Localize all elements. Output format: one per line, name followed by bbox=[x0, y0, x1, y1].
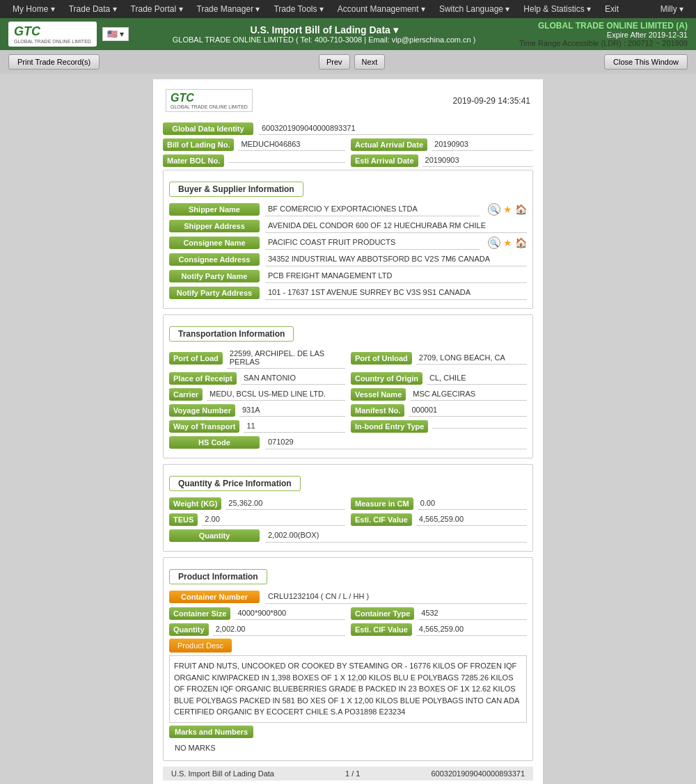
header-band: GTC GLOBAL TRADE ONLINE LIMITED 🇺🇸 ▾ U.S… bbox=[0, 18, 696, 50]
hs-code-value: 071029 bbox=[265, 435, 527, 449]
receipt-field: Place of Receipt SAN ANTONIO bbox=[169, 371, 345, 385]
shipper-search-icon[interactable]: 🔍 bbox=[488, 203, 500, 216]
next-button-top[interactable]: Next bbox=[354, 54, 386, 70]
consignee-name-label: Consignee Name bbox=[169, 237, 260, 249]
header-company-info: GLOBAL TRADE ONLINE LIMITED (A) Expire A… bbox=[519, 21, 688, 47]
product-desc-row: Product Desc bbox=[169, 639, 527, 653]
nav-trade-manager[interactable]: Trade Manager ▾ bbox=[191, 1, 266, 17]
notify-name-value: PCB FREIGHT MANAGEMENT LTD bbox=[265, 269, 527, 283]
close-button-top[interactable]: Close This Window bbox=[604, 54, 688, 70]
notify-name-label: Notify Party Name bbox=[169, 270, 260, 282]
esti-arrival-value: 20190903 bbox=[422, 154, 533, 167]
way-transport-field: Way of Transport 11 bbox=[169, 419, 345, 433]
prod-cif-label: Esti. CIF Value bbox=[351, 623, 412, 636]
buyer-supplier-header: Buyer & Supplier Information bbox=[169, 176, 527, 202]
flag-selector[interactable]: 🇺🇸 ▾ bbox=[102, 27, 129, 41]
marks-label: Marks and Numbers bbox=[169, 726, 253, 738]
notify-addr-row: Notify Party Address 101 - 17637 1ST AVE… bbox=[169, 286, 527, 300]
container-size-value: 4000*900*800 bbox=[235, 607, 345, 620]
consignee-name-icons: 🔍 ★ 🏠 bbox=[488, 237, 527, 249]
global-data-id-row: Global Data Identity 6003201909040000893… bbox=[163, 122, 533, 135]
nav-account-management[interactable]: Account Management ▾ bbox=[332, 1, 431, 17]
logo-text: GTC bbox=[14, 24, 91, 39]
port-load-field: Port of Load 22599, ARCHIPEL. DE LAS PER… bbox=[169, 347, 345, 369]
consignee-name-row: Consignee Name PACIFIC COAST FRUIT PRODU… bbox=[169, 236, 527, 250]
nav-trade-tools[interactable]: Trade Tools ▾ bbox=[268, 1, 329, 17]
vessel-label: Vessel Name bbox=[351, 388, 406, 401]
global-data-id-value: 6003201909040000893371 bbox=[259, 122, 533, 135]
notify-addr-value: 101 - 17637 1ST AVENUE SURREY BC V3S 9S1… bbox=[265, 286, 527, 300]
prod-quantity-field: Quantity 2,002.00 bbox=[169, 623, 345, 636]
container-type-value: 4532 bbox=[418, 607, 527, 620]
shipper-name-value: BF COMERCIO Y EXPORTACIONES LTDA bbox=[265, 202, 480, 216]
master-bol-esti-row: Mater BOL No. Esti Arrival Date 20190903 bbox=[163, 154, 533, 167]
shipper-star-icon[interactable]: ★ bbox=[503, 204, 512, 215]
nav-exit[interactable]: Exit bbox=[599, 1, 624, 17]
carrier-vessel-row: Carrier MEDU, BCSL US-MED LINE LTD. Vess… bbox=[169, 387, 527, 401]
consignee-star-icon[interactable]: ★ bbox=[503, 237, 512, 248]
container-num-label: Container Number bbox=[169, 591, 260, 603]
nav-my-home[interactable]: My Home ▾ bbox=[7, 1, 61, 17]
transport-title: Transportation Information bbox=[169, 326, 294, 342]
logo-box: GTC GLOBAL TRADE ONLINE LIMITED bbox=[8, 22, 97, 47]
print-button-top[interactable]: Print Trade Record(s) bbox=[8, 54, 100, 70]
header-logo-group: GTC GLOBAL TRADE ONLINE LIMITED 🇺🇸 ▾ bbox=[8, 22, 129, 47]
nav-help-statistics[interactable]: Help & Statistics ▾ bbox=[518, 1, 596, 17]
user-menu[interactable]: Milly ▾ bbox=[655, 1, 689, 17]
shipper-home-icon[interactable]: 🏠 bbox=[515, 204, 527, 215]
container-size-field: Container Size 4000*900*800 bbox=[169, 607, 345, 620]
carrier-label: Carrier bbox=[169, 388, 203, 401]
shipper-addr-value: AVENIDA DEL CONDOR 600 OF 12 HUECHURABA … bbox=[265, 219, 527, 233]
inbond-label: In-bond Entry Type bbox=[351, 420, 428, 433]
container-type-field: Container Type 4532 bbox=[351, 607, 527, 620]
actual-arrival-field: Actual Arrival Date 20190903 bbox=[351, 138, 533, 151]
vessel-value: MSC ALGECIRAS bbox=[410, 387, 527, 401]
port-unload-label: Port of Unload bbox=[351, 352, 412, 365]
country-value: CL, CHILE bbox=[427, 371, 527, 385]
notify-name-row: Notify Party Name PCB FREIGHT MANAGEMENT… bbox=[169, 269, 527, 283]
record-logo-subtext: GLOBAL TRADE ONLINE LIMITED bbox=[171, 104, 248, 109]
page-title: U.S. Import Bill of Lading Data ▾ bbox=[173, 24, 476, 35]
prev-button-top[interactable]: Prev bbox=[319, 54, 350, 70]
bol-no-label: Bill of Lading No. bbox=[163, 138, 234, 151]
nav-buttons-top: Prev Next bbox=[319, 54, 385, 70]
record-logo: GTC GLOBAL TRADE ONLINE LIMITED bbox=[166, 89, 253, 112]
bol-arrival-row: Bill of Lading No. MEDUCH046863 Actual A… bbox=[163, 138, 533, 151]
measure-value: 0.00 bbox=[418, 497, 527, 510]
buyer-supplier-section: Buyer & Supplier Information Shipper Nam… bbox=[163, 170, 533, 309]
port-load-value: 22599, ARCHIPEL. DE LAS PERLAS bbox=[227, 347, 345, 369]
manifest-value: 000001 bbox=[409, 403, 527, 417]
toolbar-left: Print Trade Record(s) bbox=[8, 54, 100, 70]
product-desc-button[interactable]: Product Desc bbox=[169, 639, 232, 653]
voyage-label: Voyage Number bbox=[169, 404, 235, 417]
receipt-country-row: Place of Receipt SAN ANTONIO Country of … bbox=[169, 371, 527, 385]
inbond-value bbox=[432, 424, 527, 429]
nav-trade-portal[interactable]: Trade Portal ▾ bbox=[125, 1, 189, 17]
nav-trade-data[interactable]: Trade Data ▾ bbox=[63, 1, 122, 17]
esti-cif-value: 4,565,259.00 bbox=[416, 513, 527, 526]
title-arrow: ▾ bbox=[393, 24, 398, 35]
quantity-label: Quantity bbox=[169, 529, 260, 542]
transport-inbond-row: Way of Transport 11 In-bond Entry Type bbox=[169, 419, 527, 433]
nav-items: My Home ▾ Trade Data ▾ Trade Portal ▾ Tr… bbox=[7, 1, 624, 17]
carrier-value: MEDU, BCSL US-MED LINE LTD. bbox=[207, 387, 345, 401]
bol-field: Bill of Lading No. MEDUCH046863 bbox=[163, 138, 345, 151]
receipt-value: SAN ANTONIO bbox=[241, 371, 345, 385]
shipper-name-row: Shipper Name BF COMERCIO Y EXPORTACIONES… bbox=[169, 202, 527, 216]
prod-quantity-cif-row: Quantity 2,002.00 Esti. CIF Value 4,565,… bbox=[169, 623, 527, 636]
esti-arrival-label: Esti Arrival Date bbox=[351, 154, 418, 167]
nav-switch-language[interactable]: Switch Language ▾ bbox=[434, 1, 515, 17]
global-data-id-label: Global Data Identity bbox=[163, 122, 253, 135]
record-box: GTC GLOBAL TRADE ONLINE LIMITED 2019-09-… bbox=[153, 79, 543, 784]
master-bol-field: Mater BOL No. bbox=[163, 154, 345, 167]
manifest-field: Manifest No. 000001 bbox=[351, 403, 527, 417]
quantity-price-title: Quantity & Price Information bbox=[169, 476, 301, 491]
company-name: GLOBAL TRADE ONLINE LIMITED (A) bbox=[519, 21, 688, 31]
consignee-home-icon[interactable]: 🏠 bbox=[515, 237, 527, 248]
product-title: Product Information bbox=[169, 569, 267, 584]
actual-arrival-label: Actual Arrival Date bbox=[351, 138, 427, 151]
header-title-group: U.S. Import Bill of Lading Data ▾ GLOBAL… bbox=[173, 24, 476, 44]
quantity-price-section: Quantity & Price Information Weight (KG)… bbox=[163, 464, 533, 552]
hs-code-row: HS Code 071029 bbox=[169, 435, 527, 449]
consignee-search-icon[interactable]: 🔍 bbox=[488, 237, 500, 249]
